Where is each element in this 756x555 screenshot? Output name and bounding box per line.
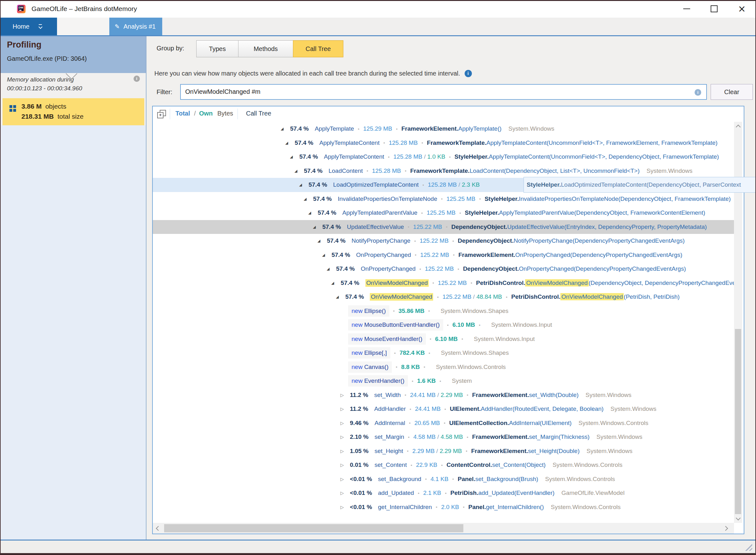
column-call-tree[interactable]: Call Tree [246,110,271,117]
method-name: AddHandler [374,405,406,413]
tree-row[interactable]: new Ellipse()•35.86 MB•System.Windows.Sh… [153,304,734,318]
signature-params: AddHandler(RoutedEvent, Delegate, Boolea… [481,405,603,412]
tree-row[interactable]: ◢57.4 %OnPropertyChanged•125.22 MB•Frame… [153,248,734,262]
percent-value: 57.4 % [313,196,332,203]
profiling-header-card[interactable]: Profiling GameOfLife.exe (PID: 3064) [0,36,146,73]
allocation-chip[interactable]: new EventHandler() [348,375,408,387]
tree-row[interactable]: ▷<0.01 %add_Updated•2.1 KB•PetriDish.add… [153,486,734,500]
tree-row[interactable]: ◢57.4 %ApplyTemplatedParentValue•125.25 … [153,206,734,220]
tree-row[interactable]: new EventHandler()•1.6 KB•System [153,374,734,388]
tree-row[interactable]: ▷1.05 %set_Height•2.29 MB / 2.29 MB•Fram… [153,444,734,458]
maximize-button[interactable] [703,0,725,17]
separator-bullet: • [452,238,454,244]
horizontal-scroll-thumb[interactable] [164,524,463,532]
method-signature: PetriDish.add_Updated(EventHandler) [450,489,555,497]
collapse-icon[interactable]: ◢ [294,169,304,173]
tree-row[interactable]: ◢57.4 %OnViewModelChanged•125.22 MB / 48… [153,290,734,304]
tree-row[interactable]: ◢57.4 %NotifyPropertyChange•125.22 MB•De… [153,234,734,248]
scroll-right-button[interactable] [721,523,731,533]
expand-icon[interactable]: ▷ [341,505,350,510]
horizontal-scrollbar[interactable] [153,523,734,533]
collapse-icon[interactable]: ◢ [299,182,308,187]
tree-row[interactable]: new MouseButtonEventHandler()•6.10 MB•Sy… [153,318,734,332]
tree-row[interactable]: ▷11.2 %AddHandler•24.41 MB•UIElement.Add… [153,402,734,416]
tree-row[interactable]: new Ellipse[,]•782.4 KB•System.Windows.S… [153,346,734,360]
expand-icon[interactable]: ▷ [341,434,350,439]
tree-row[interactable]: ▷<0.01 %get_InternalChildren•2.0 KB•Pane… [153,500,734,514]
scroll-up-button[interactable] [734,122,742,131]
method-signature: UIElementCollection.AddInternal(UIElemen… [449,420,572,427]
tree-row[interactable]: ◢57.4 %LoadContent•125.28 MB•FrameworkTe… [153,164,734,178]
expand-icon[interactable]: ▷ [341,490,350,496]
tree-row[interactable]: ◢57.4 %ApplyTemplateContent•125.28 MB•Fr… [153,136,734,150]
expand-icon[interactable]: ▷ [341,392,350,397]
column-bytes[interactable]: Bytes [217,110,233,117]
group-by-methods-button[interactable]: Methods [238,40,293,57]
expand-icon[interactable]: ▷ [341,421,350,426]
allocation-chip[interactable]: new MouseEventHandler() [348,333,426,345]
tree-row[interactable]: ▷<0.01 %set_Background•4.1 KB•Panel.set_… [153,472,734,486]
tree-row[interactable]: ◢57.4 %ApplyTemplate•125.29 MB•Framework… [153,122,734,136]
separator-bullet: • [459,210,461,216]
namespace: System.Windows [586,392,632,398]
class-name: StyleHelper. [465,209,499,216]
expand-icon[interactable]: ▷ [341,449,350,454]
collapse-icon[interactable]: ◢ [290,155,299,159]
column-own[interactable]: Own [199,110,213,117]
collapse-icon[interactable]: ◢ [308,211,318,215]
tree-row[interactable]: new Canvas()•8.8 KB•System.Windows.Contr… [153,360,734,374]
tree-row[interactable]: ▷11.2 %set_Width•24.41 MB / 2.29 MB•Fram… [153,388,734,402]
tree-row[interactable]: ◢57.4 %ApplyTemplateContent•125.28 MB / … [153,150,734,164]
collapse-icon[interactable]: ◢ [281,127,290,131]
close-button[interactable]: × [731,0,753,17]
method-name: set_Background [378,476,421,482]
tab-analysis-1[interactable]: ✎ Analysis #1 [109,17,162,35]
collapse-icon[interactable]: ◢ [313,225,322,229]
expand-icon[interactable]: ▷ [341,463,350,468]
snapshot-summary-card[interactable]: 3.86 M objects 218.31 MB total size [2,98,144,125]
tree-row[interactable]: ▷9.46 %AddInternal•20.65 MB•UIElementCol… [153,416,734,430]
total-bytes: 22.9 KB [416,462,438,468]
vertical-scroll-thumb[interactable] [735,329,741,514]
expand-icon[interactable]: ▷ [341,477,350,482]
collapse-icon[interactable]: ◢ [327,267,336,271]
allocation-chip[interactable]: new Ellipse[,] [348,347,390,358]
clear-button[interactable]: Clear [711,84,753,100]
filter-info-icon[interactable]: i [694,89,701,96]
column-total[interactable]: Total [175,110,190,117]
allocation-chip[interactable]: new Canvas() [348,361,392,373]
tree-row[interactable]: ◢57.4 %OnViewModelChanged•125.22 MB•Petr… [153,276,734,290]
separator-bullet: • [396,364,397,370]
filter-input[interactable]: OnViewModelChanged #m i [180,84,707,100]
collapse-icon[interactable]: ◢ [318,239,327,243]
collapse-icon[interactable]: ◢ [336,295,345,299]
tree-row[interactable]: new MouseEventHandler()•6.10 MB•System.W… [153,332,734,346]
tree-row[interactable]: ▷0.01 %set_Content•22.9 KB•ContentContro… [153,458,734,472]
tree-row[interactable]: ◢57.4 %OnPropertyChanged•125.22 MB•Depen… [153,262,734,276]
group-by-types-button[interactable]: Types [196,40,238,57]
separator-bullet: • [383,140,385,145]
namespace: System.Windows [610,405,656,413]
expand-icon[interactable]: ▷ [341,407,350,412]
tree-row[interactable]: ▷2.10 %set_Margin•4.58 MB / 4.58 MB•Fram… [153,430,734,444]
info-icon[interactable]: i [465,70,472,77]
collapse-icon[interactable]: ◢ [331,281,341,285]
tree-row[interactable]: ◢57.4 %InvalidatePropertiesOnTemplateNod… [153,192,734,206]
scroll-down-button[interactable] [734,514,742,523]
separator-bullet: • [446,224,448,229]
tab-home[interactable]: Home [0,17,57,35]
collapse-icon[interactable]: ◢ [285,141,295,145]
minimize-button[interactable] [676,0,698,17]
collapse-icon[interactable]: ◢ [304,197,313,201]
total-bytes: 24.41 MB [415,405,441,413]
collapse-icon[interactable]: ◢ [322,253,331,257]
stacked-pages-icon[interactable]: + [157,110,167,119]
allocation-chip[interactable]: new MouseButtonEventHandler() [348,319,443,331]
scroll-left-button[interactable] [153,523,162,533]
chevron-down-icon[interactable] [38,24,43,29]
info-icon[interactable]: i [133,76,140,82]
class-name: UIElement. [450,405,481,412]
tree-row[interactable]: ◢57.4 %UpdateEffectiveValue•125.22 MB•De… [153,220,734,234]
allocation-chip[interactable]: new Ellipse() [348,305,389,317]
group-by-calltree-button[interactable]: Call Tree [293,40,343,57]
